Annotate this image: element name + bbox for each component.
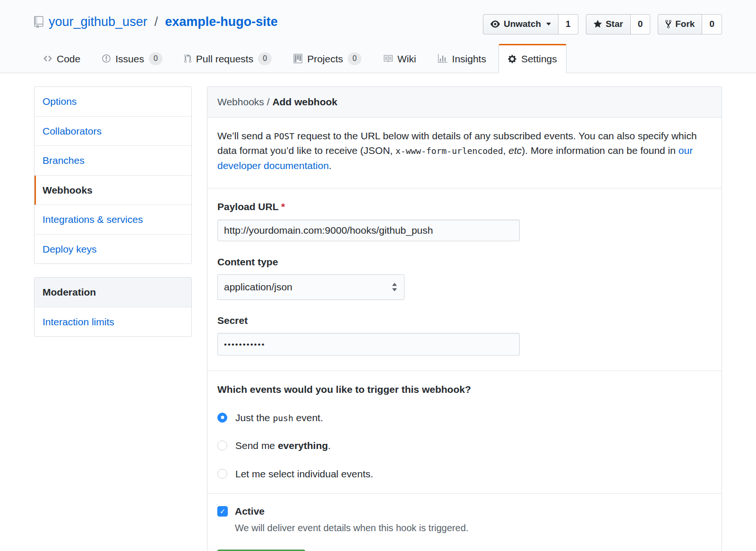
tab-projects[interactable]: Projects 0 — [284, 44, 371, 73]
code-icon — [43, 54, 52, 63]
tab-code-label: Code — [57, 51, 80, 67]
payload-url-label: Payload URL * — [217, 199, 712, 214]
intro-text-4: ). More information can be found in — [522, 145, 679, 156]
content-type-label: Content type — [217, 254, 712, 270]
webhook-intro-section: We’ll send a POST request to the URL bel… — [207, 118, 722, 188]
issue-opened-icon — [102, 54, 111, 63]
tab-settings-label: Settings — [521, 51, 557, 67]
gear-icon — [508, 54, 516, 64]
select-arrows-icon — [391, 283, 398, 291]
sidebar-item-deploy-keys[interactable]: Deploy keys — [34, 235, 191, 264]
radio-option-individual-events[interactable]: Let me select individual events. — [217, 466, 712, 482]
repo-owner-link[interactable]: your_github_user — [49, 14, 147, 29]
repo-nav: Code Issues 0 Pull requests 0 P — [34, 44, 722, 73]
radio-button-unchecked[interactable] — [217, 441, 227, 450]
tab-insights[interactable]: Insights — [429, 44, 496, 73]
repo-header: your_github_user / example-hugo-site Unw… — [0, 0, 756, 73]
tab-code[interactable]: Code — [34, 44, 90, 73]
repo-actions: Unwatch 1 Star 0 — [475, 14, 722, 34]
radio-option-send-everything[interactable]: Send me everything. — [217, 438, 712, 453]
git-pull-request-icon — [184, 54, 191, 63]
fork-button[interactable]: Fork — [658, 14, 702, 34]
sidebar-item-webhooks[interactable]: Webhooks — [34, 176, 191, 205]
payload-url-label-text: Payload URL — [217, 201, 278, 212]
checkmark-icon: ✓ — [220, 508, 226, 515]
repo-icon — [34, 16, 43, 28]
tab-insights-label: Insights — [452, 51, 486, 67]
push-code: push — [273, 413, 293, 423]
fork-label: Fork — [675, 18, 695, 30]
graph-icon — [438, 54, 447, 63]
required-asterisk: * — [281, 201, 285, 212]
fork-icon — [665, 19, 671, 29]
events-heading: Which events would you like to trigger t… — [217, 382, 712, 397]
intro-text-5: . — [329, 160, 332, 171]
tab-projects-label: Projects — [307, 51, 343, 67]
just-push-text-2: event. — [293, 412, 323, 423]
eye-icon — [490, 19, 500, 29]
content-type-select[interactable]: application/json — [217, 274, 404, 300]
intro-etc: etc — [508, 145, 522, 156]
sidebar-item-integrations-services[interactable]: Integrations & services — [34, 205, 191, 235]
moderation-menu: Moderation Interaction limits — [34, 277, 192, 337]
star-count[interactable]: 0 — [631, 14, 651, 34]
tab-pull-requests-label: Pull requests — [196, 51, 253, 67]
unwatch-label: Unwatch — [504, 18, 541, 30]
tab-issues[interactable]: Issues 0 — [93, 44, 172, 73]
intro-code-urlencoded: x-www-form-urlencoded — [395, 146, 503, 156]
add-webhook-panel: Webhooks / Add webhook We’ll send a POST… — [207, 86, 722, 551]
webhook-form-section: Payload URL * Content type application/j… — [207, 188, 722, 371]
webhook-events-section: Which events would you like to trigger t… — [207, 371, 722, 493]
breadcrumb-separator: / — [267, 96, 270, 107]
moderation-heading: Moderation — [34, 278, 191, 307]
intro-text-3: , — [503, 145, 509, 156]
radio-button-checked[interactable] — [217, 413, 227, 423]
settings-sidebar: Options Collaborators Branches Webhooks … — [34, 86, 192, 551]
tab-issues-label: Issues — [115, 51, 144, 67]
unwatch-button[interactable]: Unwatch — [483, 14, 558, 34]
sidebar-item-branches[interactable]: Branches — [34, 146, 191, 176]
sidebar-item-options[interactable]: Options — [34, 87, 191, 117]
project-icon — [293, 54, 302, 63]
active-description: We will deliver event details when this … — [235, 521, 712, 535]
breadcrumb-webhooks-link[interactable]: Webhooks — [217, 96, 264, 107]
star-button[interactable]: Star — [586, 14, 631, 34]
intro-text-1: We’ll send a — [217, 130, 274, 141]
send-everything-text-2: . — [328, 440, 331, 451]
fork-count[interactable]: 0 — [702, 14, 722, 34]
star-label: Star — [606, 18, 623, 30]
watch-count[interactable]: 1 — [558, 14, 578, 34]
just-push-text-1: Just the — [235, 412, 273, 423]
book-icon — [383, 54, 393, 63]
active-checkbox[interactable]: ✓ — [217, 506, 228, 517]
watch-button-group: Unwatch 1 — [483, 14, 578, 34]
repo-title: your_github_user / example-hugo-site — [34, 14, 278, 29]
secret-label: Secret — [217, 313, 712, 328]
radio-button-unchecked[interactable] — [217, 469, 227, 479]
webhook-intro-text: We’ll send a POST request to the URL bel… — [217, 128, 704, 173]
radio-send-everything-label: Send me everything. — [235, 438, 331, 453]
radio-just-push-label: Just the push event. — [235, 410, 323, 425]
star-button-group: Star 0 — [586, 14, 651, 34]
repo-title-separator: / — [155, 14, 158, 29]
tab-pull-requests[interactable]: Pull requests 0 — [175, 44, 281, 73]
sidebar-item-collaborators[interactable]: Collaborators — [34, 117, 191, 146]
fork-button-group: Fork 0 — [658, 14, 722, 34]
send-everything-text-1: Send me — [235, 440, 278, 451]
radio-option-just-push[interactable]: Just the push event. — [217, 410, 712, 425]
star-icon — [593, 19, 602, 29]
secret-input[interactable] — [217, 333, 520, 356]
chevron-down-icon — [546, 23, 551, 25]
everything-bold: everything — [278, 440, 328, 451]
tab-wiki[interactable]: Wiki — [374, 44, 426, 73]
content-type-selected-value: application/json — [224, 280, 292, 295]
breadcrumb-current: Add webhook — [272, 96, 337, 107]
active-checkbox-row[interactable]: ✓ Active — [217, 504, 712, 519]
repo-name-link[interactable]: example-hugo-site — [165, 14, 278, 29]
tab-settings[interactable]: Settings — [498, 44, 567, 74]
projects-count-badge: 0 — [348, 52, 361, 65]
webhook-active-section: ✓ Active We will deliver event details w… — [207, 493, 722, 551]
payload-url-input[interactable] — [217, 220, 520, 241]
intro-code-post: POST — [274, 131, 294, 141]
sidebar-item-interaction-limits[interactable]: Interaction limits — [34, 307, 191, 337]
